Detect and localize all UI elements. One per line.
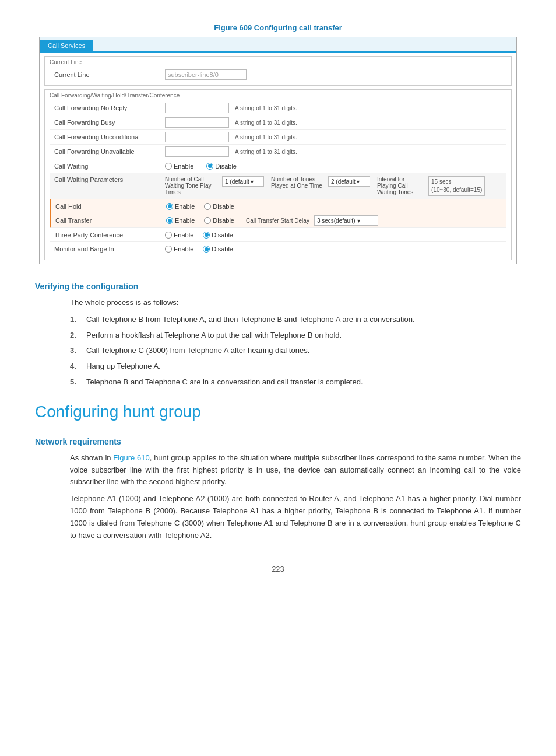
step-text: Telephone B and Telephone C are in a con… [86, 376, 363, 388]
forwarding-group-title: Call Forwarding/Waiting/Hold/Transfer/Co… [50, 92, 506, 99]
call-transfer-disable-radio[interactable]: Disable [204, 217, 234, 224]
call-waiting-radio-group: Enable Disable [165, 163, 237, 170]
verifying-intro: The whole process is as follows: [70, 297, 521, 309]
monitor-disable-circle [203, 246, 210, 253]
list-item: 1. Call Telephone B from Telephone A, an… [70, 314, 521, 326]
call-hold-row: Call Hold Enable Disable [50, 200, 506, 214]
call-waiting-row: Call Waiting Enable Disable [50, 159, 506, 173]
monitor-radio-group: Enable Disable [165, 246, 233, 253]
call-services-tab[interactable]: Call Services [40, 40, 93, 51]
monitor-row: Monitor and Barge In Enable Disable [50, 242, 506, 256]
call-waiting-enable-radio[interactable]: Enable [165, 163, 193, 170]
three-party-enable-radio[interactable]: Enable [165, 232, 193, 239]
step-num: 1. [70, 314, 82, 326]
tab-bar: Call Services [40, 37, 516, 52]
forwarding-unconditional-row: Call Forwarding Unconditional A string o… [50, 130, 506, 145]
verifying-steps: 1. Call Telephone B from Telephone A, an… [70, 314, 521, 388]
interval-box: 15 secs (10~30, default=15) [428, 176, 485, 196]
monitor-disable-label: Disable [212, 246, 233, 253]
call-transfer-start-select[interactable]: 3 secs(default) ▾ [314, 215, 378, 226]
forwarding-busy-input[interactable] [165, 117, 229, 128]
call-transfer-disable-label: Disable [213, 217, 234, 224]
call-transfer-disable-circle [204, 217, 211, 224]
forwarding-unavailable-input[interactable] [165, 146, 229, 157]
current-line-row: Current Line [50, 68, 506, 82]
call-hold-disable-radio[interactable]: Disable [204, 203, 234, 210]
forwarding-unavailable-label: Call Forwarding Unavailable [54, 148, 165, 155]
step-num: 2. [70, 330, 82, 342]
forwarding-unconditional-label: Call Forwarding Unconditional [54, 134, 165, 141]
step-num: 3. [70, 345, 82, 357]
network-req-para2: Telephone A1 (1000) and Telephone A2 (10… [70, 493, 521, 541]
figure-610-link[interactable]: Figure 610 [113, 453, 149, 462]
three-party-enable-circle [165, 232, 172, 239]
list-item: 4. Hang up Telephone A. [70, 360, 521, 373]
figure-title: Figure 609 Configuring call transfer [35, 23, 521, 32]
verifying-content: The whole process is as follows: 1. Call… [70, 297, 521, 388]
forwarding-busy-label: Call Forwarding Busy [54, 119, 165, 126]
current-line-group-title: Current Line [50, 59, 506, 65]
forwarding-unconditional-hint: A string of 1 to 31 digits. [235, 134, 297, 141]
monitor-enable-radio[interactable]: Enable [165, 246, 193, 253]
step-text: Hang up Telephone A. [86, 360, 161, 373]
tones-label: Number of Tones Played at One Time [271, 176, 323, 189]
num-call-select[interactable]: 1 (default ▾ [222, 176, 264, 187]
current-line-input[interactable] [165, 69, 247, 80]
list-item: 5. Telephone B and Telephone C are in a … [70, 376, 521, 388]
call-waiting-label: Call Waiting [54, 163, 165, 170]
network-req-content: As shown in Figure 610, hunt group appli… [70, 452, 521, 542]
call-hold-disable-label: Disable [213, 203, 234, 210]
monitor-enable-label: Enable [174, 246, 193, 253]
forwarding-unavailable-hint: A string of 1 to 31 digits. [235, 149, 297, 155]
forwarding-no-reply-label: Call Forwarding No Reply [54, 104, 165, 111]
call-transfer-label: Call Transfer [55, 217, 166, 224]
call-hold-enable-label: Enable [175, 203, 195, 210]
step-text: Call Telephone C (3000) from Telephone A… [86, 345, 309, 357]
call-waiting-params-row: Call Waiting Parameters Number of Call W… [50, 173, 506, 200]
call-hold-label: Call Hold [55, 203, 166, 210]
monitor-disable-radio[interactable]: Disable [203, 246, 233, 253]
call-waiting-params-label: Call Waiting Parameters [54, 176, 165, 183]
forwarding-no-reply-input[interactable] [165, 103, 229, 113]
call-transfer-start-label: Call Transfer Start Delay [246, 218, 309, 224]
three-party-disable-circle [203, 232, 210, 239]
current-line-group: Current Line Current Line [44, 56, 512, 86]
call-waiting-disable-circle [206, 163, 213, 170]
num-call-label: Number of Call Waiting Tone Play Times [165, 176, 217, 195]
page-number: 223 [35, 565, 521, 573]
ui-panel: Call Services Current Line Current Line … [39, 37, 517, 264]
verifying-heading: Verifying the configuration [35, 282, 521, 291]
step-num: 5. [70, 376, 82, 388]
call-hold-enable-circle [166, 203, 173, 210]
forwarding-busy-hint: A string of 1 to 31 digits. [235, 120, 297, 126]
call-waiting-enable-label: Enable [174, 163, 193, 170]
call-waiting-disable-label: Disable [215, 163, 237, 170]
hunt-group-heading: Configuring hunt group [35, 402, 521, 425]
call-waiting-enable-circle [165, 163, 172, 170]
forwarding-group: Call Forwarding/Waiting/Hold/Transfer/Co… [44, 89, 512, 260]
current-line-label: Current Line [54, 71, 165, 78]
monitor-label: Monitor and Barge In [54, 246, 165, 253]
list-item: 2. Perform a hookflash at Telephone A to… [70, 330, 521, 342]
three-party-row: Three-Party Conference Enable Disable [50, 228, 506, 242]
call-hold-disable-circle [204, 203, 211, 210]
interval-label: Interval for Playing Call Waiting Tones [377, 176, 424, 195]
call-transfer-radio-group: Enable Disable [166, 217, 234, 224]
call-hold-enable-radio[interactable]: Enable [166, 203, 195, 210]
tones-select[interactable]: 2 (default ▾ [328, 176, 370, 187]
forwarding-busy-row: Call Forwarding Busy A string of 1 to 31… [50, 116, 506, 130]
three-party-label: Three-Party Conference [54, 232, 165, 239]
three-party-disable-label: Disable [212, 232, 233, 239]
call-hold-radio-group: Enable Disable [166, 203, 234, 210]
network-req-heading: Network requirements [35, 437, 521, 446]
three-party-enable-label: Enable [174, 232, 193, 239]
call-waiting-disable-radio[interactable]: Disable [206, 163, 237, 170]
forwarding-unconditional-input[interactable] [165, 132, 229, 142]
step-text: Perform a hookflash at Telephone A to pu… [86, 330, 342, 342]
three-party-disable-radio[interactable]: Disable [203, 232, 233, 239]
call-transfer-enable-label: Enable [175, 217, 195, 224]
three-party-radio-group: Enable Disable [165, 232, 233, 239]
forwarding-no-reply-hint: A string of 1 to 31 digits. [235, 105, 297, 111]
call-transfer-enable-radio[interactable]: Enable [166, 217, 195, 224]
call-transfer-row: Call Transfer Enable Disable Call Transf… [50, 214, 506, 228]
